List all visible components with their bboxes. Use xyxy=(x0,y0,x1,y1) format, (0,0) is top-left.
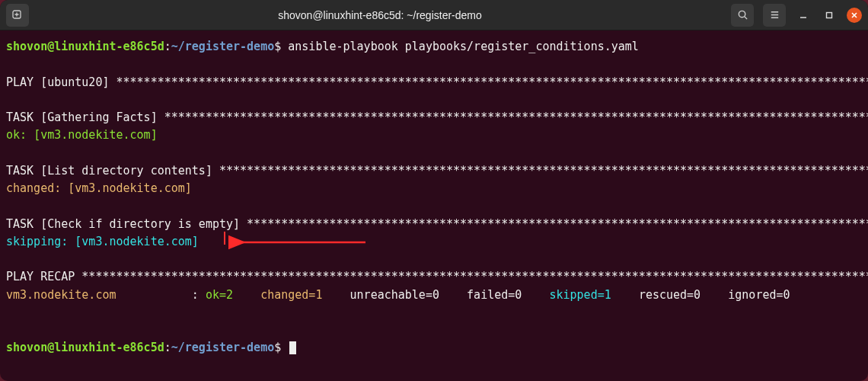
minimize-button[interactable] xyxy=(795,7,812,24)
maximize-button[interactable] xyxy=(821,7,838,24)
recap-rescued: rescued=0 xyxy=(639,288,700,302)
recap-skipped: skipped=1 xyxy=(549,288,611,302)
titlebar: shovon@linuxhint-e86c5d: ~/register-demo xyxy=(0,0,868,30)
recap-label: PLAY RECAP xyxy=(6,270,81,283)
prompt-user-host: shovon@linuxhint-e86c5d xyxy=(6,40,164,53)
search-button[interactable] xyxy=(731,4,754,27)
new-tab-button[interactable] xyxy=(6,4,29,27)
recap-stars: ****************************************… xyxy=(81,270,868,283)
new-tab-icon xyxy=(11,9,24,21)
task3-status: skipping: xyxy=(6,235,75,248)
recap-gap1 xyxy=(233,288,260,302)
terminal-body[interactable]: shovon@linuxhint-e86c5d:~/register-demo$… xyxy=(0,30,868,381)
search-icon xyxy=(737,9,748,21)
recap-gap3 xyxy=(439,288,467,302)
recap-gap6 xyxy=(700,288,728,302)
recap-gap2 xyxy=(322,288,349,302)
window-title: shovon@linuxhint-e86c5d: ~/register-demo xyxy=(35,9,725,21)
task3-stars: ****************************************… xyxy=(247,217,868,231)
svg-line-4 xyxy=(744,17,746,19)
hamburger-icon xyxy=(769,9,780,21)
task3-host: [vm3.nodekite.com] xyxy=(75,235,199,248)
task2-label: TASK [List directory contents] xyxy=(6,164,219,178)
prompt2-path: ~/register-demo xyxy=(171,341,274,354)
annotation-arrow-icon xyxy=(228,233,373,251)
recap-ignored: ignored=0 xyxy=(728,288,790,302)
task1-host: [vm3.nodekite.com] xyxy=(34,128,158,142)
task2-host: [vm3.nodekite.com] xyxy=(68,181,192,195)
annotation-caret xyxy=(224,232,225,245)
recap-host: vm3.nodekite.com xyxy=(6,288,116,302)
recap-pad: : xyxy=(116,288,206,302)
command-text: ansible-playbook playbooks/register_cond… xyxy=(288,40,639,53)
minimize-icon xyxy=(799,11,808,20)
play-stars: ****************************************… xyxy=(116,75,869,89)
maximize-icon xyxy=(825,11,834,20)
prompt-path: ~/register-demo xyxy=(171,40,274,53)
recap-gap4 xyxy=(522,288,549,302)
play-label: PLAY [ubuntu20] xyxy=(6,75,116,89)
task2-stars: ****************************************… xyxy=(219,164,868,178)
recap-failed: failed=0 xyxy=(467,288,522,302)
task3-label: TASK [Check if directory is empty] xyxy=(6,217,247,231)
task1-status: ok: xyxy=(6,128,34,142)
prompt2-user-host: shovon@linuxhint-e86c5d xyxy=(6,341,164,354)
task2-status: changed: xyxy=(6,181,68,195)
svg-point-3 xyxy=(739,11,745,17)
prompt-dollar: $ xyxy=(274,40,281,53)
prompt2-dollar: $ xyxy=(274,341,281,354)
cursor xyxy=(289,341,296,354)
recap-gap5 xyxy=(611,288,639,302)
recap-ok: ok=2 xyxy=(206,288,233,302)
terminal-window: shovon@linuxhint-e86c5d: ~/register-demo xyxy=(0,0,868,381)
close-button[interactable] xyxy=(847,8,862,23)
prompt-colon: : xyxy=(164,40,171,53)
menu-button[interactable] xyxy=(763,4,786,27)
close-icon xyxy=(850,11,858,19)
task1-label: TASK [Gathering Facts] xyxy=(6,110,164,124)
task1-stars: ****************************************… xyxy=(164,110,868,124)
svg-rect-9 xyxy=(827,12,832,18)
recap-changed: changed=1 xyxy=(260,288,322,302)
recap-unreachable: unreachable=0 xyxy=(350,288,439,302)
titlebar-left xyxy=(6,4,29,27)
prompt2-colon: : xyxy=(164,341,171,354)
titlebar-right xyxy=(731,4,862,27)
